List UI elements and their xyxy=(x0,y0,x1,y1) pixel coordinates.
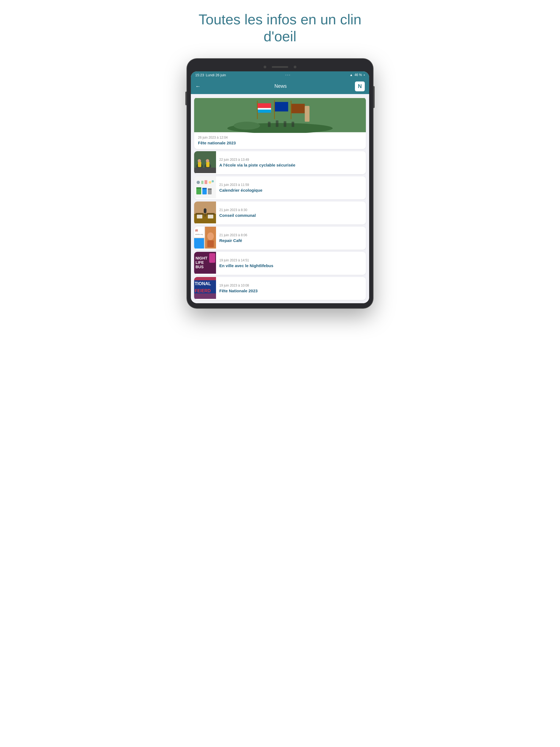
svg-rect-45 xyxy=(194,227,205,238)
svg-rect-13 xyxy=(284,121,286,127)
svg-rect-26 xyxy=(196,187,201,189)
svg-rect-27 xyxy=(202,188,207,195)
svg-point-50 xyxy=(207,232,214,240)
svg-rect-61 xyxy=(194,293,216,299)
svg-rect-56 xyxy=(209,253,215,263)
thumbnail-cyclists xyxy=(194,151,216,174)
svg-rect-3 xyxy=(257,110,271,113)
status-date: Lundi 26 juin xyxy=(206,73,226,77)
camera-dot xyxy=(263,66,266,68)
news-card-ecology[interactable]: 21 juin 2023 à 11:59 Calendrier écologiq… xyxy=(194,176,366,199)
side-button-left xyxy=(185,92,187,105)
svg-rect-18 xyxy=(198,162,201,167)
svg-rect-11 xyxy=(268,122,271,127)
svg-rect-23 xyxy=(194,168,216,173)
svg-text:LIFE: LIFE xyxy=(196,260,204,265)
svg-rect-7 xyxy=(291,104,305,113)
hero-title: Fête nationale 2023 xyxy=(198,140,362,145)
title-ecology: Calendrier écologique xyxy=(219,188,262,192)
svg-rect-33 xyxy=(205,180,207,184)
svg-rect-48 xyxy=(194,238,204,249)
title-nightbus: En ville avec le Nightlifebus xyxy=(219,263,274,268)
speaker-grille xyxy=(272,66,288,68)
side-button-right xyxy=(373,86,375,108)
headline-line2: d'oeil xyxy=(263,28,297,44)
svg-rect-5 xyxy=(275,102,288,111)
news-card-hero[interactable]: 26 juin 2023 à 12:04 Fête nationale 2023 xyxy=(194,97,366,149)
svg-rect-42 xyxy=(197,215,202,218)
date-cyclists: 22 juin 2023 à 13:49 xyxy=(219,158,295,162)
svg-point-19 xyxy=(198,159,201,162)
svg-text:TIONAL: TIONAL xyxy=(195,281,211,286)
back-button[interactable]: ← xyxy=(195,83,206,89)
svg-rect-14 xyxy=(291,122,294,127)
status-dots: • • • xyxy=(285,73,290,77)
svg-point-31 xyxy=(197,181,200,184)
hero-image-flags xyxy=(194,97,366,133)
thumbnail-council xyxy=(194,202,216,225)
card-body-ecology: 21 juin 2023 à 11:59 Calendrier écologiq… xyxy=(216,176,266,199)
status-time: 15:23 xyxy=(195,73,204,77)
news-card-repair[interactable]: IR atzebu.erg 21 juin 2023 à 8:06 Repair… xyxy=(194,227,366,250)
svg-rect-12 xyxy=(276,120,279,127)
svg-point-22 xyxy=(206,159,209,162)
date-repair: 21 juin 2023 à 8:06 xyxy=(219,233,247,237)
news-card-nightbus[interactable]: NIGHT LIFE BUS 19 juin 2023 à 14:51 En v… xyxy=(194,252,366,275)
app-logo: N xyxy=(355,81,365,91)
wifi-icon: ▲ xyxy=(350,73,353,77)
nav-title: News xyxy=(206,83,355,89)
headline-line1: Toutes les infos en un clin xyxy=(199,11,361,27)
svg-text:NIGHT: NIGHT xyxy=(196,256,207,260)
logo-letter: N xyxy=(358,83,362,89)
status-right: ▲ 46 % ▪ xyxy=(350,73,365,77)
title-repair: Repair Café xyxy=(219,238,247,243)
news-list: 26 juin 2023 à 12:04 Fête nationale 2023 xyxy=(191,94,369,303)
title-national2: Fête Nationale 2023 xyxy=(219,288,258,293)
card-body-national2: 19 juin 2023 à 10:08 Fête Nationale 2023 xyxy=(216,277,261,300)
svg-rect-51 xyxy=(207,240,214,247)
svg-text:FEIERD: FEIERD xyxy=(195,288,211,293)
card-body-council: 21 juin 2023 à 8:30 Conseil communal xyxy=(216,202,259,225)
news-card-cyclists[interactable]: 22 juin 2023 à 13:49 A l'école via la pi… xyxy=(194,151,366,174)
date-nightbus: 19 juin 2023 à 14:51 xyxy=(219,258,274,262)
nav-bar: ← News N xyxy=(191,79,369,94)
tablet-screen: 15:23 Lundi 26 juin • • • ▲ 46 % ▪ ← New… xyxy=(191,71,369,303)
title-cyclists: A l'école via la piste cyclable sécurisé… xyxy=(219,163,295,168)
svg-rect-60 xyxy=(194,277,216,280)
date-ecology: 21 juin 2023 à 11:59 xyxy=(219,183,262,187)
thumbnail-ecology xyxy=(194,176,216,199)
svg-point-10 xyxy=(233,122,260,130)
battery-level: 46 % xyxy=(354,73,362,77)
tablet-top-bar xyxy=(191,64,369,70)
svg-rect-43 xyxy=(208,215,213,218)
date-council: 21 juin 2023 à 8:30 xyxy=(219,208,256,212)
news-card-national2[interactable]: TIONAL FEIERD 19 juin 2023 à 10:08 Fête … xyxy=(194,277,366,300)
tablet-frame: 15:23 Lundi 26 juin • • • ▲ 46 % ▪ ← New… xyxy=(187,59,373,308)
card-body-nightbus: 19 juin 2023 à 14:51 En ville avec le Ni… xyxy=(216,252,277,275)
thumbnail-nightbus: NIGHT LIFE BUS xyxy=(194,252,216,275)
svg-rect-28 xyxy=(202,188,207,189)
title-council: Conseil communal xyxy=(219,213,256,217)
svg-text:BUS: BUS xyxy=(196,265,204,269)
svg-rect-21 xyxy=(206,162,209,167)
page-headline: Toutes les infos en un clin d'oeil xyxy=(199,11,361,45)
svg-rect-32 xyxy=(201,181,203,184)
card-body-repair: 21 juin 2023 à 8:06 Repair Café xyxy=(216,227,251,250)
status-left: 15:23 Lundi 26 juin xyxy=(195,73,226,77)
svg-rect-40 xyxy=(204,208,206,213)
battery-icon: ▪ xyxy=(364,73,365,77)
hero-card-body: 26 juin 2023 à 12:04 Fête nationale 2023 xyxy=(194,133,366,149)
news-card-council[interactable]: 21 juin 2023 à 8:30 Conseil communal xyxy=(194,202,366,225)
hero-date: 26 juin 2023 à 12:04 xyxy=(198,136,362,139)
svg-rect-25 xyxy=(196,188,201,195)
card-body-cyclists: 22 juin 2023 à 13:49 A l'école via la pi… xyxy=(216,151,299,174)
svg-point-34 xyxy=(209,181,211,184)
thumbnail-repair: IR atzebu.erg xyxy=(194,227,216,250)
svg-rect-15 xyxy=(305,106,309,122)
svg-text:IR: IR xyxy=(195,229,198,232)
thumbnail-national2: TIONAL FEIERD xyxy=(194,277,216,300)
date-national2: 19 juin 2023 à 10:08 xyxy=(219,284,258,287)
svg-point-35 xyxy=(212,180,214,182)
svg-text:atzebu.erg: atzebu.erg xyxy=(195,233,203,235)
status-bar: 15:23 Lundi 26 juin • • • ▲ 46 % ▪ xyxy=(191,71,369,79)
